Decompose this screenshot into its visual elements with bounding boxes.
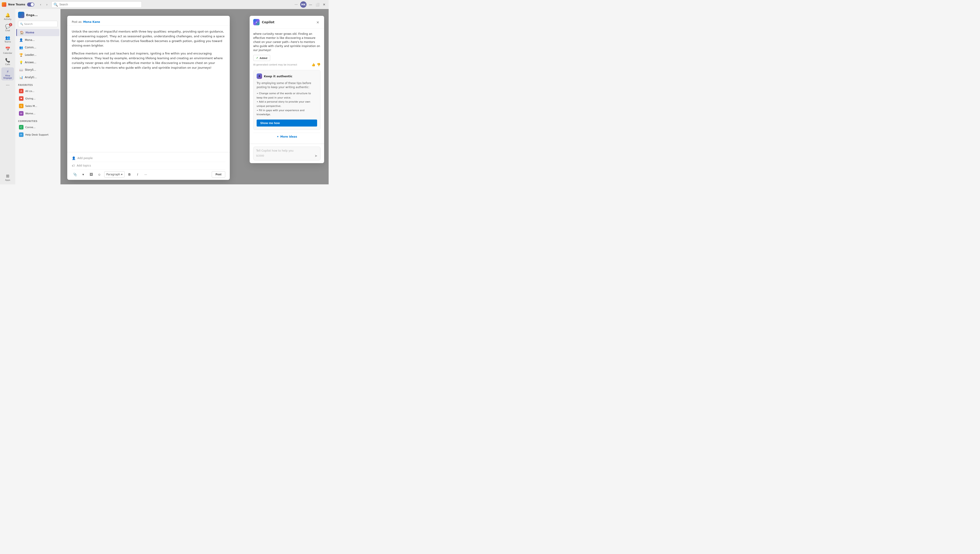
minimize-button[interactable]: — — [308, 2, 313, 7]
italic-button[interactable]: I — [135, 171, 141, 177]
top-bar: New Teams ‹ › 🔍 ··· MK — ⬜ ✕ — [0, 0, 329, 9]
more-options-button[interactable]: ··· — [293, 2, 299, 7]
community-helpdesk-icon: H — [19, 133, 24, 137]
community-giving[interactable]: ❤ Giving... — [16, 95, 59, 102]
thumbs-up-icon[interactable]: 👍 — [312, 63, 315, 66]
copilot-input-box[interactable]: Tell Copilot how to help you 0/2000 ➤ — [253, 147, 320, 160]
leaderboard-icon: 🏆 — [19, 53, 23, 57]
community-all[interactable]: A All co... — [16, 88, 59, 95]
post-button[interactable]: Post — [212, 171, 225, 177]
community-logo — [18, 12, 24, 18]
app-title: New Teams — [8, 3, 25, 6]
community-helpdesk[interactable]: H Help Desk Support — [16, 131, 59, 138]
answers-icon: 💡 — [19, 61, 23, 64]
more-formatting-button[interactable]: ··· — [143, 171, 149, 177]
sidebar-label-activity: Activity — [4, 18, 11, 20]
left-nav-storyline[interactable]: 📖 Storyli... — [16, 66, 59, 73]
sidebar-item-calendar[interactable]: 📅 Calendar — [2, 45, 14, 56]
community-sales[interactable]: S Sales M... — [16, 102, 59, 110]
sidebar-item-viva-engage[interactable]: ⚡ Viva Engage — [2, 67, 14, 80]
copilot-header: ✦ Copilot × — [250, 16, 324, 29]
thumbs-down-icon[interactable]: 👎 — [317, 63, 320, 66]
left-nav-answers-label: Answe... — [25, 61, 37, 64]
community-helpdesk-label: Help Desk Support — [25, 133, 49, 136]
back-button[interactable]: ‹ — [38, 2, 43, 7]
copilot-input-area: Tell Copilot how to help you 0/2000 ➤ — [250, 144, 324, 163]
left-search-icon: 🔍 — [20, 22, 23, 26]
more-icon: ··· — [5, 82, 10, 88]
post-toolbar: 📎 ▾ 🖼 ☺ Paragraph ▾ B I ··· Post — [72, 169, 225, 177]
authentic-subtitle: Try employing some of these tips before … — [257, 81, 317, 89]
left-nav-leaderboard-label: Leader... — [25, 53, 37, 56]
more-ideas-button[interactable]: ✦ More ideas — [253, 133, 320, 140]
emoji-button[interactable]: ☺ — [96, 171, 102, 177]
post-as-label: Post as: Mona Kane — [72, 20, 100, 24]
copilot-close-button[interactable]: × — [315, 19, 320, 25]
calls-icon: 📞 — [5, 57, 10, 63]
sidebar: 🔔 Activity 💬 Chat 1 👥 Teams 📅 Calendar 📞… — [0, 9, 15, 184]
sidebar-item-chat[interactable]: 💬 Chat 1 — [2, 22, 14, 33]
left-search[interactable]: 🔍 Search — [18, 21, 57, 27]
authentic-title: Keep it authentic — [264, 75, 292, 78]
sidebar-label-calendar: Calendar — [3, 52, 12, 54]
global-search-bar[interactable]: 🔍 — [51, 2, 142, 8]
format-dropdown[interactable]: Paragraph ▾ — [104, 171, 124, 177]
tip-1: Change some of the words or structure to… — [257, 91, 317, 100]
post-bottom: 👤 Add people 🏷 Add topics 📎 ▾ 🖼 ☺ Paragr… — [67, 152, 230, 180]
community-connect[interactable]: C Conne... — [16, 124, 59, 131]
chevron-down-icon: ▾ — [121, 173, 123, 176]
community-women-label: Wome... — [25, 112, 35, 115]
close-button[interactable]: ✕ — [321, 2, 327, 7]
community-giving-icon: ❤ — [19, 96, 24, 101]
copilot-logo: ✦ — [253, 19, 259, 25]
send-button[interactable]: ➤ — [315, 154, 318, 158]
char-count: 0/2000 — [256, 155, 264, 157]
left-nav-analytics[interactable]: 📊 Analyti... — [16, 73, 59, 81]
post-content-area[interactable]: Unlock the secrets of impactful mentors … — [67, 26, 230, 152]
sidebar-label-viva-engage: Viva Engage — [2, 75, 13, 79]
left-nav-leaderboard[interactable]: 🏆 Leader... — [16, 51, 59, 59]
bold-button[interactable]: B — [126, 171, 133, 177]
post-modal-header: Post as: Mona Kane — [67, 16, 230, 26]
community-women[interactable]: W Wome... — [16, 110, 59, 117]
left-nav-answers[interactable]: 💡 Answe... — [16, 59, 59, 66]
analytics-icon: 📊 — [19, 75, 23, 79]
forward-button[interactable]: › — [44, 2, 50, 7]
add-topics-field[interactable]: 🏷 Add topics — [72, 162, 225, 169]
left-nav-mona-label: Mona... — [25, 38, 35, 42]
user-avatar[interactable]: MK — [300, 2, 307, 8]
sidebar-item-teams[interactable]: 👥 Teams — [2, 34, 14, 44]
left-nav-storyline-label: Storyli... — [25, 68, 36, 72]
left-nav-communities[interactable]: 👥 Comm... — [16, 44, 59, 51]
authentic-header: ✦ Keep it authentic — [257, 73, 317, 79]
added-button-wrapper: ✓ Added — [253, 55, 320, 61]
add-people-field[interactable]: 👤 Add people — [72, 155, 225, 162]
sidebar-item-apps[interactable]: ⊞ Apps — [2, 172, 14, 182]
image-button[interactable]: 🖼 — [88, 171, 94, 177]
post-as-name[interactable]: Mona Kane — [83, 20, 100, 24]
communities-icon: 👥 — [19, 46, 23, 49]
storyline-icon: 📖 — [19, 68, 23, 72]
added-button[interactable]: ✓ Added — [253, 55, 270, 61]
left-nav-home[interactable]: 🏠 Home — [16, 29, 59, 36]
community-name: Enga... — [26, 13, 38, 17]
main-content: Post as: Mona Kane Unlock the secrets of… — [60, 9, 329, 184]
sparkle-icon: ✦ — [277, 135, 279, 138]
viva-engage-icon: ⚡ — [5, 69, 10, 74]
community-connect-icon: C — [19, 125, 24, 129]
search-icon: 🔍 — [54, 3, 58, 7]
attachment-button[interactable]: 📎 — [72, 171, 78, 177]
left-nav-mona[interactable]: 👤 Mona... — [16, 37, 59, 44]
post-paragraph-1: Unlock the secrets of impactful mentors … — [72, 29, 225, 48]
ai-feedback: 👍 👎 — [312, 63, 320, 66]
sidebar-item-more[interactable]: ··· — [2, 81, 14, 89]
sidebar-item-activity[interactable]: 🔔 Activity — [2, 11, 14, 22]
home-icon: 🏠 — [20, 31, 24, 34]
new-teams-toggle[interactable] — [27, 3, 34, 6]
attachment-dropdown[interactable]: ▾ — [80, 171, 86, 177]
sidebar-item-calls[interactable]: 📞 Calls — [2, 56, 14, 67]
tip-2: Add a personal story to provide your own… — [257, 100, 317, 108]
global-search-input[interactable] — [59, 3, 140, 6]
maximize-button[interactable]: ⬜ — [315, 2, 320, 7]
show-me-how-button[interactable]: Show me how — [257, 120, 317, 126]
